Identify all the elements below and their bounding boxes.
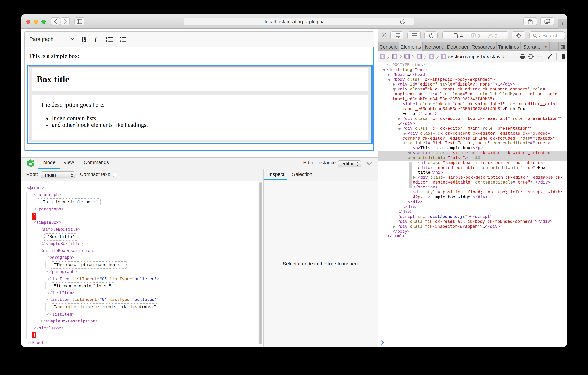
svg-text:1: 1 [106,36,107,39]
svg-text:5: 5 [32,160,33,163]
svg-text:2: 2 [106,40,107,43]
